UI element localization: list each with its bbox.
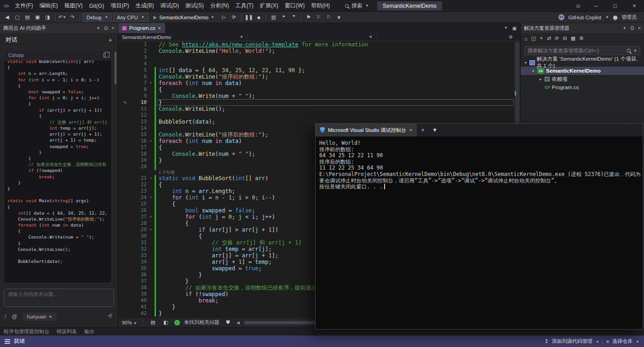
select-repository-button[interactable]: 选择仓库	[612, 338, 632, 345]
bottom-panel-tab[interactable]: 错误列表	[57, 328, 77, 335]
console-output[interactable]: Hello, World!排序前的数组:64 34 25 12 22 11 90…	[316, 137, 643, 329]
github-copilot-label[interactable]: GitHub Copilot	[569, 15, 602, 20]
close-icon[interactable]: ×	[112, 25, 115, 31]
tree-item-solution[interactable]: ▾解决方案 'SemanticKernelDemo' (1 个项目, 共 1 个…	[521, 58, 644, 67]
close-button[interactable]: ×	[625, 0, 644, 11]
console-tab[interactable]: Microsoft Visual Studio 调试控制台 ×	[316, 124, 417, 137]
code-line[interactable]: ✎10}	[118, 99, 514, 106]
expander-icon[interactable]: ▸	[538, 77, 543, 81]
fold-marker-icon[interactable]: ▾	[148, 175, 154, 182]
expander-icon[interactable]: ▾	[531, 69, 535, 73]
bottom-panel-tab[interactable]: 程序包管理器控制台	[4, 328, 49, 335]
tab-chat[interactable]: 对话	[6, 36, 17, 44]
new-project-icon[interactable]: ▢	[13, 13, 22, 22]
previous-bookmark-icon[interactable]: ⚐	[314, 13, 323, 22]
document-outline-icon[interactable]: ▤	[149, 318, 157, 327]
solution-search-input[interactable]	[528, 48, 624, 53]
menu-item[interactable]: 编辑(E)	[36, 0, 61, 11]
menu-item[interactable]: 窗口(W)	[282, 0, 308, 11]
add-to-source-control-button[interactable]: 添加到源代码管理	[552, 338, 592, 345]
menu-item[interactable]: 视图(V)	[61, 0, 86, 11]
github-copilot-icon[interactable]	[558, 14, 564, 20]
home-icon[interactable]: ⌂	[524, 36, 528, 41]
fold-marker-icon[interactable]: ▾	[148, 227, 154, 233]
start-without-debugging-icon[interactable]: ▷	[219, 13, 228, 22]
menu-item[interactable]: 测试(S)	[182, 0, 207, 11]
ai-panel-scrollbar[interactable]	[115, 51, 116, 85]
code-line[interactable]: 9 Console.Write(num + " ");	[118, 93, 514, 99]
diff-icon[interactable]: ◧	[161, 318, 170, 327]
find-in-files-icon[interactable]: ▥	[269, 13, 278, 22]
redo-icon[interactable]: ↷	[68, 13, 77, 22]
close-console-tab-icon[interactable]: ×	[409, 127, 412, 133]
menu-item[interactable]: 生成(B)	[132, 0, 157, 11]
save-all-icon[interactable]: ◨	[43, 13, 52, 22]
menu-item[interactable]: 分析(N)	[207, 0, 232, 11]
menu-item[interactable]: 工具(T)	[232, 0, 257, 11]
properties-icon[interactable]: ⚙	[579, 35, 584, 41]
window-position-icon[interactable]: ▼	[97, 26, 100, 30]
zoom-control[interactable]: 90% ▼	[122, 320, 137, 325]
stop-icon[interactable]: ■	[254, 13, 263, 22]
copy-code-icon[interactable]	[104, 53, 107, 57]
toolbar-overflow-icon[interactable]: ▼	[334, 13, 343, 22]
hot-reload-icon[interactable]: ⟳	[230, 13, 238, 22]
code-line[interactable]: 8{	[118, 86, 514, 93]
code-suggestions-icon[interactable]: ⛊	[224, 318, 232, 327]
fold-marker-icon[interactable]: ▾	[148, 138, 154, 144]
code-line[interactable]: 12	[118, 112, 514, 119]
menu-item[interactable]: 调试(D)	[157, 0, 182, 11]
menu-item[interactable]: 扩展(X)	[257, 0, 282, 11]
break-all-icon[interactable]: ❚❚	[244, 13, 253, 22]
new-chat-icon[interactable]: +	[109, 36, 112, 44]
refresh-icon[interactable]: ⟳	[555, 35, 559, 41]
code-line[interactable]: 3	[118, 54, 514, 61]
project-dropdown[interactable]: SemanticKernelDemo ▼	[118, 33, 247, 41]
menu-item[interactable]: 项目(P)	[107, 0, 132, 11]
code-line[interactable]: 4	[118, 61, 514, 67]
tab-program-cs[interactable]: Program.cs ×	[118, 23, 165, 33]
scroll-left-icon[interactable]: ◀	[236, 320, 240, 325]
sync-with-active-document-icon[interactable]: ⇄	[547, 35, 551, 41]
save-icon[interactable]: ▣	[33, 13, 42, 22]
close-tab-icon[interactable]: ×	[158, 25, 161, 31]
fold-marker-icon[interactable]: ▾	[148, 214, 154, 220]
code-line[interactable]: 6Console.WriteLine("排序前的数组:");	[118, 74, 514, 80]
pin-icon[interactable]	[104, 26, 108, 30]
code-line[interactable]: 1// See https://aka.ms/new-console-templ…	[118, 41, 514, 48]
undo-icon[interactable]: ↶▼	[58, 13, 67, 22]
next-bookmark-icon[interactable]: ⚐	[324, 13, 333, 22]
uncomment-icon[interactable]: ❞	[289, 13, 298, 22]
slash-command-icon[interactable]: /	[5, 313, 6, 320]
bottom-panel-tab[interactable]: 输出	[84, 328, 94, 335]
show-all-files-icon[interactable]: ▦	[571, 35, 575, 41]
quick-search-box[interactable]: 搜索 ▼	[341, 1, 373, 11]
tree-item-csharp-file[interactable]: C#Program.cs	[521, 83, 644, 91]
new-console-tab-icon[interactable]: +	[417, 124, 429, 137]
fold-marker-icon[interactable]: ▾	[148, 194, 154, 201]
ai-question-input[interactable]	[8, 291, 110, 297]
maximize-button[interactable]: □	[605, 0, 625, 11]
member-dropdown[interactable]: ▼	[247, 33, 377, 41]
mention-icon[interactable]: @	[12, 313, 17, 320]
notifications-bell-icon[interactable]	[613, 16, 617, 19]
feedback-icon[interactable]: ☺	[570, 0, 586, 11]
tree-item-dependencies[interactable]: ▸依赖项	[521, 75, 644, 83]
comment-icon[interactable]: ❝	[279, 13, 288, 22]
minimize-button[interactable]: –	[586, 0, 605, 11]
document-health-icon[interactable]: ✓	[174, 320, 180, 325]
menu-item[interactable]: 文件(F)	[12, 0, 36, 11]
window-position-icon[interactable]: ▼	[623, 26, 627, 30]
code-line[interactable]: 5int[] data = { 64, 34, 25, 12, 22, 11, …	[118, 67, 514, 74]
navigate-back-icon[interactable]: ◀	[3, 13, 12, 22]
code-line[interactable]: 11Console.WriteLine();	[118, 106, 514, 112]
debug-configuration-dropdown[interactable]: Debug ▼	[83, 13, 112, 22]
background-tasks-icon[interactable]	[5, 339, 10, 344]
collapse-all-icon[interactable]: ⊟	[563, 35, 567, 41]
code-line[interactable]: 2Console.WriteLine("Hello, World!");	[118, 48, 514, 54]
menu-item[interactable]: Git(G)	[86, 0, 108, 11]
split-window-icon[interactable]: ▣	[512, 26, 517, 31]
editor-settings-icon[interactable]: ⚙	[509, 34, 513, 40]
bookmark-icon[interactable]: ⚑	[304, 13, 313, 22]
model-selector[interactable]: hunyuan ▼	[23, 313, 57, 321]
